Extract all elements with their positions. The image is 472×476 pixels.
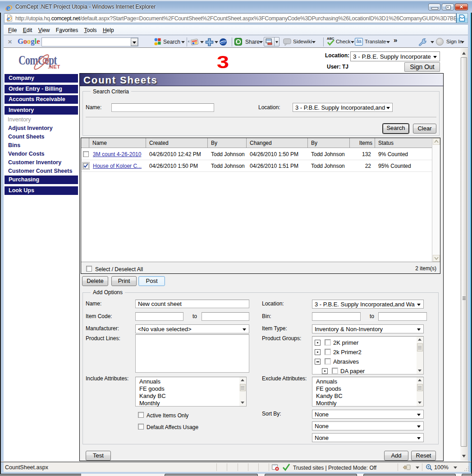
svg-text:e: e <box>6 4 9 12</box>
svg-text:e: e <box>7 15 10 22</box>
